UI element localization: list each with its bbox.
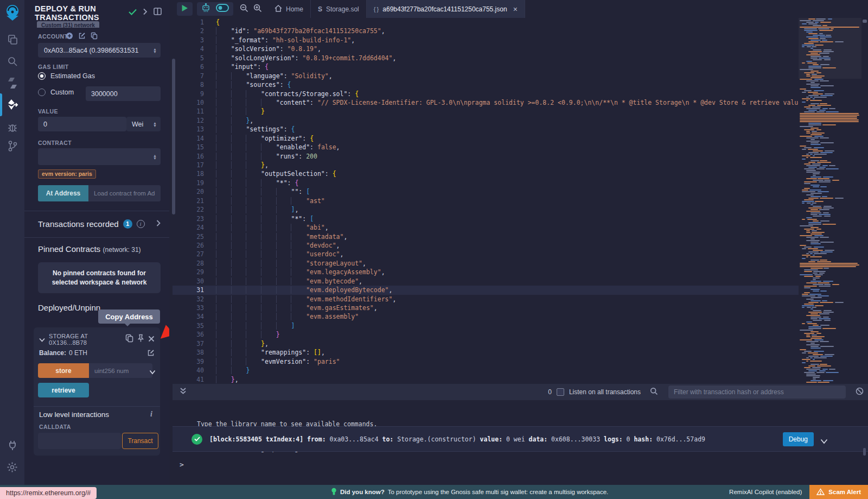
code-line[interactable]: 4 "solcVersion": "0.8.19", xyxy=(173,45,799,53)
code-line[interactable]: 11 } xyxy=(173,107,799,116)
value-input[interactable] xyxy=(38,117,126,131)
code-line[interactable]: 26 "devdoc", xyxy=(173,241,799,250)
code-line[interactable]: 10 "content": "// SPDX-License-Identifie… xyxy=(173,98,799,107)
store-arg-input[interactable] xyxy=(89,363,152,378)
code-line[interactable]: 30 "evm.bytecode", xyxy=(173,277,799,286)
code-line[interactable]: 19 "*": { xyxy=(173,179,799,187)
custom-gas-radio[interactable] xyxy=(38,89,46,96)
code-line[interactable]: 15 "enabled": false, xyxy=(173,143,799,151)
code-line[interactable]: 12 }, xyxy=(173,116,799,125)
code-line[interactable]: 29 "evm.legacyAssembly", xyxy=(173,268,799,276)
code-editor[interactable]: 1{2 "id": "a69b43f277ba20fcac141151250ca… xyxy=(173,18,868,384)
estimated-gas-radio[interactable] xyxy=(38,72,46,80)
contract-select[interactable]: ▲▼ xyxy=(38,148,161,165)
code-line[interactable]: 6 "input": { xyxy=(173,62,799,71)
zoom-out-icon[interactable] xyxy=(240,4,248,15)
transactions-recorded-row[interactable]: Transactions recorded 1 i xyxy=(38,219,161,229)
code-line[interactable]: 35 ] xyxy=(173,321,799,330)
at-address-button[interactable]: At Address xyxy=(38,185,88,201)
value-unit-stepper-icon[interactable]: ▲▼ xyxy=(153,122,161,127)
scam-alert-badge[interactable]: Scam Alert xyxy=(809,485,868,499)
code-line[interactable]: 31 "evm.deployedBytecode", xyxy=(173,286,799,294)
store-button[interactable]: store xyxy=(38,363,89,378)
info-icon[interactable]: i xyxy=(137,220,145,228)
git-icon[interactable] xyxy=(0,137,24,155)
contract-stepper-icon[interactable]: ▲▼ xyxy=(153,154,161,160)
tab-build-info-json[interactable]: { } a69b43f277ba20fcac141151250ca755.jso… xyxy=(367,0,525,18)
code-line[interactable]: 3 "_format": "hh-sol-build-info-1", xyxy=(173,36,799,45)
clear-console-icon[interactable] xyxy=(856,387,864,397)
solidity-compiler-icon[interactable] xyxy=(0,74,24,92)
transact-button[interactable]: Transact xyxy=(122,433,158,449)
close-instance-icon[interactable] xyxy=(148,334,155,344)
code-line[interactable]: 21 "ast" xyxy=(173,197,799,205)
expand-tx-chevron-icon[interactable] xyxy=(820,436,828,446)
settings-gear-icon[interactable] xyxy=(0,458,24,476)
run-script-tile[interactable] xyxy=(177,2,193,16)
code-line[interactable]: 17 }, xyxy=(173,161,799,169)
code-line[interactable]: 37 }, xyxy=(173,339,799,348)
filter-input[interactable] xyxy=(668,386,846,399)
listen-checkbox[interactable] xyxy=(557,388,564,396)
terminal-scrollbar-thumb[interactable] xyxy=(863,448,866,456)
retrieve-button[interactable]: retrieve xyxy=(38,383,89,397)
code-line[interactable]: 8 "sources": { xyxy=(173,80,799,89)
deploy-and-run-icon[interactable] xyxy=(0,96,24,114)
code-line[interactable]: 23 "*": [ xyxy=(173,214,799,223)
copy-account-icon[interactable] xyxy=(91,32,98,42)
panel-layout-icon[interactable] xyxy=(154,8,162,17)
close-tab-icon[interactable]: × xyxy=(513,5,518,14)
code-line[interactable]: 1{ xyxy=(173,18,799,27)
edit-balance-icon[interactable] xyxy=(147,349,155,358)
expand-transactions-chevron-icon[interactable] xyxy=(156,219,161,229)
search-plugin-icon[interactable] xyxy=(0,52,24,71)
copilot-toggle-icon[interactable] xyxy=(216,4,229,14)
at-address-input[interactable] xyxy=(88,185,161,201)
custom-gas-input[interactable] xyxy=(86,86,161,101)
code-line[interactable]: 14 "optimizer": { xyxy=(173,134,799,143)
code-line[interactable]: 13 "settings": { xyxy=(173,125,799,134)
code-line[interactable]: 27 "userdoc", xyxy=(173,250,799,258)
code-line[interactable]: 20 "": [ xyxy=(173,187,799,196)
terminal-prompt[interactable]: > xyxy=(180,460,184,469)
calldata-input[interactable] xyxy=(38,433,121,449)
account-select[interactable]: 0xA03...85ac4 (0.39866531531 ▲▼ xyxy=(38,43,161,58)
debugger-icon[interactable] xyxy=(0,118,24,137)
run-script-icon[interactable] xyxy=(181,4,188,14)
code-line[interactable]: 2 "id": "a69b43f277ba20fcac141151250ca75… xyxy=(173,27,799,35)
low-level-info-icon[interactable]: i xyxy=(150,410,152,419)
remix-logo-icon[interactable] xyxy=(0,3,24,22)
debug-button[interactable]: Debug xyxy=(783,432,814,446)
code-line[interactable]: 16 "runs": 200 xyxy=(173,152,799,161)
code-line[interactable]: 22 ], xyxy=(173,205,799,214)
remix-ai-robot-icon[interactable] xyxy=(201,3,210,15)
code-line[interactable]: 9 "contracts/Storage.sol": { xyxy=(173,90,799,98)
panel-scrollbar[interactable] xyxy=(172,59,175,214)
file-explorer-icon[interactable] xyxy=(0,30,24,49)
panel-expand-chevron-icon[interactable] xyxy=(143,8,148,17)
code-line[interactable]: 25 "metadata", xyxy=(173,232,799,241)
code-line[interactable]: 36 } xyxy=(173,330,799,339)
copilot-status[interactable]: RemixAI Copilot (enabled) xyxy=(729,489,802,495)
code-line[interactable]: 7 "language": "Solidity", xyxy=(173,72,799,80)
code-line[interactable]: 28 "storageLayout", xyxy=(173,259,799,268)
contract-instance-title[interactable]: STORAGE AT 0X136...8B78 xyxy=(49,333,122,346)
tab-storage-sol[interactable]: S Storage.sol xyxy=(311,0,367,18)
editor-scrollbar-thumb[interactable] xyxy=(863,20,867,23)
collapse-chevron-icon[interactable] xyxy=(39,334,45,344)
code-line[interactable]: 38 "remappings": [], xyxy=(173,348,799,357)
account-stepper-icon[interactable]: ▲▼ xyxy=(153,48,161,53)
code-line[interactable]: 39 "evmVersion": "paris" xyxy=(173,357,799,366)
expand-store-chevron-icon[interactable] xyxy=(149,367,156,377)
add-account-icon[interactable] xyxy=(66,32,73,42)
copy-address-icon[interactable] xyxy=(125,334,133,345)
plugin-manager-icon[interactable] xyxy=(0,436,24,454)
code-line[interactable]: 5 "solcLongVersion": "0.8.19+commit.7dd6… xyxy=(173,54,799,62)
zoom-in-icon[interactable] xyxy=(253,4,262,15)
tab-home[interactable]: Home xyxy=(267,0,311,18)
code-line[interactable]: 18 "outputSelection": { xyxy=(173,169,799,178)
code-line[interactable]: 40 } xyxy=(173,366,799,375)
minimap[interactable] xyxy=(799,18,861,384)
collapse-terminal-icon[interactable] xyxy=(180,387,187,397)
code-line[interactable]: 33 "evm.gasEstimates", xyxy=(173,304,799,312)
